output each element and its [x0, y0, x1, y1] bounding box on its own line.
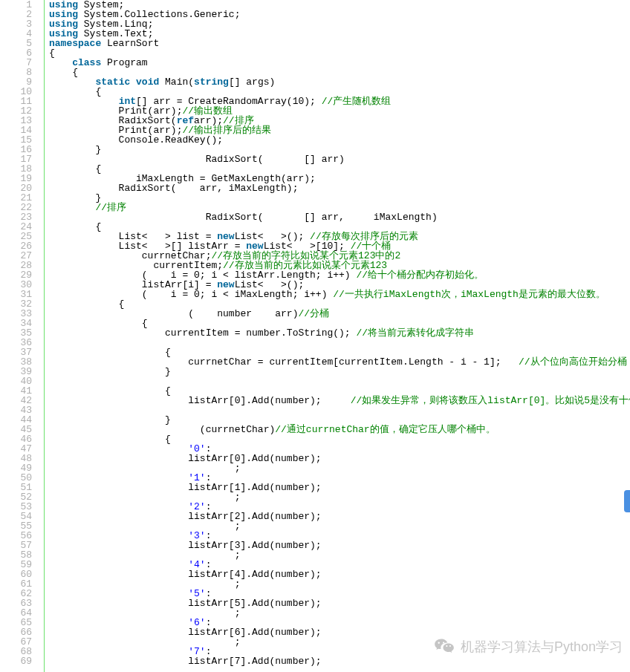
token-plain: Main(: [159, 76, 194, 88]
code-line: Console.ReadKey();: [49, 135, 630, 145]
line-number: 1: [0, 0, 39, 10]
token-cmt: //一共执行iMaxLength次，iMaxLength是元素的最大位数。: [333, 289, 605, 300]
token-cmt: //分桶: [298, 308, 329, 319]
code-line: currentItem = number.ToString(); //将当前元素…: [49, 328, 630, 338]
token-plain: [] args): [229, 76, 275, 88]
token-cmt: //通过currnetChar的值，确定它压人哪个桶中。: [275, 424, 495, 435]
token-plain: LearnSort: [101, 38, 159, 49]
token-cmt: //如果发生异常，则将该数压入listArr[0]。比如说5是没有十位数的: [351, 395, 630, 406]
code-line: namespace LearnSort: [49, 39, 630, 48]
wechat-icon: [434, 636, 455, 657]
code-content: using System;using System.Collections.Ge…: [45, 0, 630, 672]
token-kw: namespace: [49, 38, 101, 49]
side-tab-handle[interactable]: [624, 490, 630, 512]
code-line: }: [49, 193, 630, 203]
code-line: RadixSort( arr, iMaxLength);: [49, 183, 630, 193]
line-number: 5: [0, 39, 39, 48]
code-line: static void Main(string[] args): [49, 77, 630, 87]
line-number-gutter: 1234567891011121314151617181920212223242…: [0, 0, 45, 672]
line-number: 7: [0, 58, 39, 68]
token-plain: }: [49, 366, 171, 377]
token-cmt: //产生随机数组: [322, 96, 392, 107]
token-plain: RadixSort( [] arr, iMaxLength): [49, 212, 438, 223]
line-number: 6: [0, 48, 39, 58]
token-plain: [130, 76, 136, 88]
code-line: }: [49, 367, 630, 376]
token-plain: Program: [101, 57, 147, 68]
token-cmt: //给十个桶分配内存初始化。: [356, 270, 484, 281]
code-viewer: 1234567891011121314151617181920212223242…: [0, 0, 630, 672]
code-line: RadixSort( [] arr, iMaxLength): [49, 212, 630, 222]
code-line: RadixSort( [] arr): [49, 154, 630, 164]
code-line: ( i = 0; i < iMaxLength; i++) //一共执行iMax…: [49, 290, 630, 299]
token-cmt: //将当前元素转化成字符串: [356, 327, 474, 339]
token-plain: currentItem = number.ToString();: [49, 327, 356, 339]
line-number: 4: [0, 29, 39, 39]
watermark: 机器学习算法与Python学习: [434, 636, 623, 657]
token-kw: string: [194, 76, 229, 88]
code-line: listArr[0].Add(number); //如果发生异常，则将该数压入l…: [49, 396, 630, 405]
line-number: 69: [0, 656, 39, 666]
code-line: class Program: [49, 58, 630, 68]
line-number: 8: [0, 68, 39, 77]
token-cmt: //从个位向高位开始分桶: [519, 356, 627, 368]
token-plain: listArr[7].Add(number);: [49, 656, 322, 667]
code-line: listArr[7].Add(number);: [49, 656, 630, 666]
line-number: 2: [0, 10, 39, 19]
token-plain: listArr[0].Add(number);: [49, 395, 351, 406]
line-number: 3: [0, 19, 39, 29]
watermark-text: 机器学习算法与Python学习: [461, 638, 623, 656]
token-kw: void: [136, 76, 159, 88]
